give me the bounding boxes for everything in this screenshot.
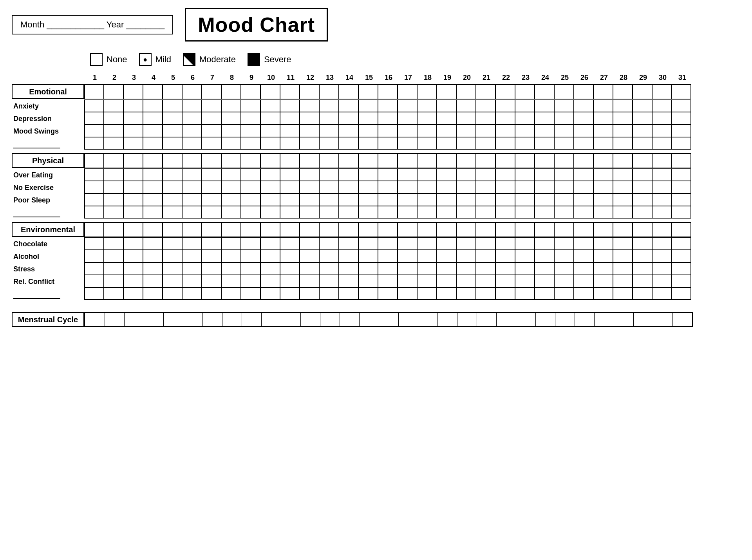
cell-d19[interactable] (437, 287, 456, 300)
cell-d8[interactable] (221, 275, 241, 287)
grid-row-anxiety[interactable] (84, 100, 691, 112)
cell-d14[interactable] (339, 287, 358, 300)
cell-d29[interactable] (633, 137, 652, 150)
cell-d25[interactable] (554, 137, 574, 150)
cell-d26[interactable] (574, 287, 593, 300)
cell-d10[interactable] (260, 125, 280, 137)
cell-d8[interactable] (221, 99, 241, 112)
cell-d28[interactable] (613, 275, 633, 287)
cell-d3[interactable] (123, 206, 143, 219)
cell-d18[interactable] (417, 275, 437, 287)
menstrual-cell-d11[interactable] (281, 313, 300, 326)
cell-d26[interactable] (574, 193, 593, 206)
cell-d24[interactable] (535, 287, 554, 300)
cell-d15[interactable] (358, 112, 378, 125)
cell-d14[interactable] (339, 153, 358, 168)
cell-d25[interactable] (554, 84, 574, 99)
cell-d19[interactable] (437, 237, 456, 250)
cell-d3[interactable] (123, 250, 143, 262)
cell-d18[interactable] (417, 237, 437, 250)
cell-d22[interactable] (495, 222, 515, 237)
cell-d27[interactable] (593, 125, 613, 137)
cell-d17[interactable] (398, 206, 417, 219)
cell-d6[interactable] (182, 206, 202, 219)
cell-d16[interactable] (378, 112, 398, 125)
cell-d10[interactable] (260, 84, 280, 99)
cell-d9[interactable] (241, 168, 260, 181)
grid-row-blank[interactable] (84, 288, 691, 300)
cell-d2[interactable] (104, 84, 123, 99)
cell-d16[interactable] (378, 84, 398, 99)
cell-d2[interactable] (104, 287, 123, 300)
cell-d27[interactable] (593, 99, 613, 112)
cell-d5[interactable] (163, 125, 182, 137)
cell-d19[interactable] (437, 222, 456, 237)
cell-d6[interactable] (182, 137, 202, 150)
cell-d2[interactable] (104, 222, 123, 237)
cell-d19[interactable] (437, 137, 456, 150)
cell-d17[interactable] (398, 137, 417, 150)
cell-d27[interactable] (593, 193, 613, 206)
cell-d25[interactable] (554, 181, 574, 193)
cell-d23[interactable] (515, 206, 535, 219)
cell-d20[interactable] (456, 262, 476, 275)
cell-d7[interactable] (202, 125, 221, 137)
cell-d7[interactable] (202, 181, 221, 193)
cell-d31[interactable] (672, 84, 691, 99)
cell-d16[interactable] (378, 237, 398, 250)
cell-d22[interactable] (495, 84, 515, 99)
cell-d24[interactable] (535, 250, 554, 262)
cell-d31[interactable] (672, 237, 691, 250)
cell-d4[interactable] (143, 262, 163, 275)
cell-d28[interactable] (613, 168, 633, 181)
cell-d6[interactable] (182, 275, 202, 287)
cell-d28[interactable] (613, 250, 633, 262)
cell-d21[interactable] (476, 193, 495, 206)
cell-d6[interactable] (182, 193, 202, 206)
cell-d22[interactable] (495, 137, 515, 150)
cell-d29[interactable] (633, 168, 652, 181)
cell-d16[interactable] (378, 137, 398, 150)
cell-d12[interactable] (300, 181, 319, 193)
cell-d18[interactable] (417, 137, 437, 150)
cell-d11[interactable] (280, 181, 300, 193)
cell-d17[interactable] (398, 287, 417, 300)
cell-d30[interactable] (652, 112, 672, 125)
cell-d10[interactable] (260, 181, 280, 193)
cell-d21[interactable] (476, 275, 495, 287)
cell-d27[interactable] (593, 84, 613, 99)
cell-d3[interactable] (123, 153, 143, 168)
grid-row-no-exercise[interactable] (84, 181, 691, 194)
cell-d19[interactable] (437, 181, 456, 193)
cell-d25[interactable] (554, 125, 574, 137)
cell-d8[interactable] (221, 237, 241, 250)
cell-d12[interactable] (300, 275, 319, 287)
menstrual-cell-d31[interactable] (672, 313, 692, 326)
cell-d23[interactable] (515, 222, 535, 237)
cell-d21[interactable] (476, 206, 495, 219)
cell-d5[interactable] (163, 287, 182, 300)
cell-d2[interactable] (104, 193, 123, 206)
cell-d22[interactable] (495, 237, 515, 250)
cell-d5[interactable] (163, 193, 182, 206)
cell-d1[interactable] (84, 125, 104, 137)
cell-d4[interactable] (143, 168, 163, 181)
cell-d25[interactable] (554, 206, 574, 219)
cell-d19[interactable] (437, 193, 456, 206)
cell-d27[interactable] (593, 262, 613, 275)
cell-d4[interactable] (143, 193, 163, 206)
grid-row-poor-sleep[interactable] (84, 194, 691, 206)
cell-d9[interactable] (241, 181, 260, 193)
cell-d24[interactable] (535, 153, 554, 168)
cell-d15[interactable] (358, 250, 378, 262)
cell-d12[interactable] (300, 125, 319, 137)
cell-d26[interactable] (574, 153, 593, 168)
cell-d14[interactable] (339, 125, 358, 137)
cell-d1[interactable] (84, 237, 104, 250)
menstrual-cell-d15[interactable] (359, 313, 379, 326)
cell-d30[interactable] (652, 137, 672, 150)
cell-d19[interactable] (437, 275, 456, 287)
cell-d8[interactable] (221, 125, 241, 137)
cell-d23[interactable] (515, 287, 535, 300)
cell-d17[interactable] (398, 275, 417, 287)
